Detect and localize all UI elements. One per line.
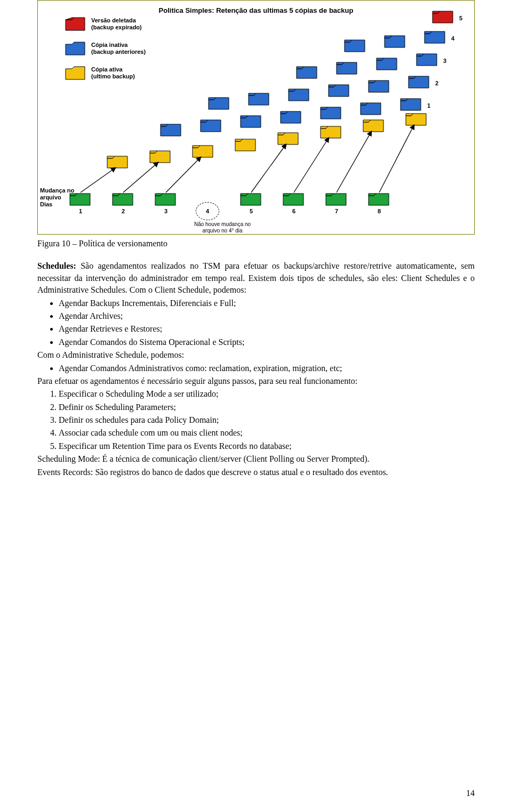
row-num-1: 1 xyxy=(427,102,430,110)
day-7: 7 xyxy=(321,207,353,215)
step: Definir os schedules para cada Policy Do… xyxy=(59,414,475,426)
svg-line-6 xyxy=(379,125,414,192)
svg-line-0 xyxy=(81,168,115,192)
legend-inactive: Cópia inativa(backup anteriores) xyxy=(65,41,146,56)
para-schedules: Schedules: São agendamentos realizados n… xyxy=(37,260,475,296)
folder-icon-red xyxy=(65,17,86,31)
folder-icon-yellow xyxy=(65,66,86,81)
row-num-4: 4 xyxy=(451,35,454,43)
step: Especificar um Retention Time para os Ev… xyxy=(59,440,475,452)
day-3: 3 xyxy=(150,207,182,215)
bullet: Agendar Comandos do Sistema Operacional … xyxy=(59,336,475,348)
row-num-2: 2 xyxy=(435,79,438,87)
legend-inactive-l2: (backup anteriores) xyxy=(91,49,146,55)
legend-deleted-l1: Versão deletada xyxy=(91,17,136,23)
legend-deleted-l2: (backup expirado) xyxy=(91,24,142,30)
steps-intro: Para efetuar os agendamentos é necessári… xyxy=(37,375,475,387)
day-5: 5 xyxy=(235,207,267,215)
step: Associar cada schedule com um ou mais cl… xyxy=(59,427,475,439)
legend-active: Cópia ativa(ultimo backup) xyxy=(65,66,146,81)
day-1: 1 xyxy=(65,207,97,215)
schedules-label: Schedules: xyxy=(37,261,76,270)
svg-line-5 xyxy=(337,132,371,192)
sched-mode: Scheduling Mode: É a técnica de comunica… xyxy=(37,453,475,465)
diagram-container: Politica Simples: Retenção das ultimas 5… xyxy=(37,0,475,235)
schedules-text: São agendamentos realizados no TSM para … xyxy=(37,261,475,294)
day-2: 2 xyxy=(107,207,139,215)
day-4: 4 xyxy=(191,207,223,215)
diagram-footnote: Não houve mudança no arquivo no 4° dia xyxy=(185,221,260,234)
bullet: Agendar Comandos Administrativos como: r… xyxy=(59,363,475,374)
client-bullets: Agendar Backups Incrementais, Diferencia… xyxy=(59,298,475,349)
admin-intro: Com o Administrative Schedule, podemos: xyxy=(37,349,475,361)
diagram-title: Politica Simples: Retenção das ultimas 5… xyxy=(159,6,354,15)
bullet: Agendar Retrieves e Restores; xyxy=(59,323,475,335)
svg-line-2 xyxy=(166,157,201,192)
bullet: Agendar Archives; xyxy=(59,310,475,322)
figure-caption: Figura 10 – Política de versionamento xyxy=(37,238,475,250)
diagram-legend: Versão deletada(backup expirado) Cópia i… xyxy=(65,17,146,90)
svg-line-1 xyxy=(123,163,158,192)
svg-line-4 xyxy=(294,138,329,192)
step: Definir os Scheduling Parameters; xyxy=(59,401,475,413)
legend-active-l2: (ultimo backup) xyxy=(91,73,135,79)
folder-icon-blue xyxy=(65,41,86,56)
steps-list: Especificar o Scheduling Mode a ser util… xyxy=(59,388,475,452)
bullet: Agendar Backups Incrementais, Diferencia… xyxy=(59,298,475,309)
page-number: 14 xyxy=(466,787,475,799)
day-6: 6 xyxy=(278,207,310,215)
legend-inactive-l1: Cópia inativa xyxy=(91,42,127,48)
step: Especificar o Scheduling Mode a ser util… xyxy=(59,388,475,400)
svg-line-3 xyxy=(251,144,286,192)
row-num-5: 5 xyxy=(459,14,462,22)
legend-active-l1: Cópia ativa xyxy=(91,66,123,73)
legend-deleted: Versão deletada(backup expirado) xyxy=(65,17,146,31)
events-records: Events Records: São registros do banco d… xyxy=(37,467,475,478)
body-text: Schedules: São agendamentos realizados n… xyxy=(37,260,475,478)
day-8: 8 xyxy=(363,207,395,215)
axis-label: Mudança no arquivo Dias xyxy=(40,187,74,208)
row-num-3: 3 xyxy=(443,57,446,65)
admin-bullets: Agendar Comandos Administrativos como: r… xyxy=(59,363,475,374)
